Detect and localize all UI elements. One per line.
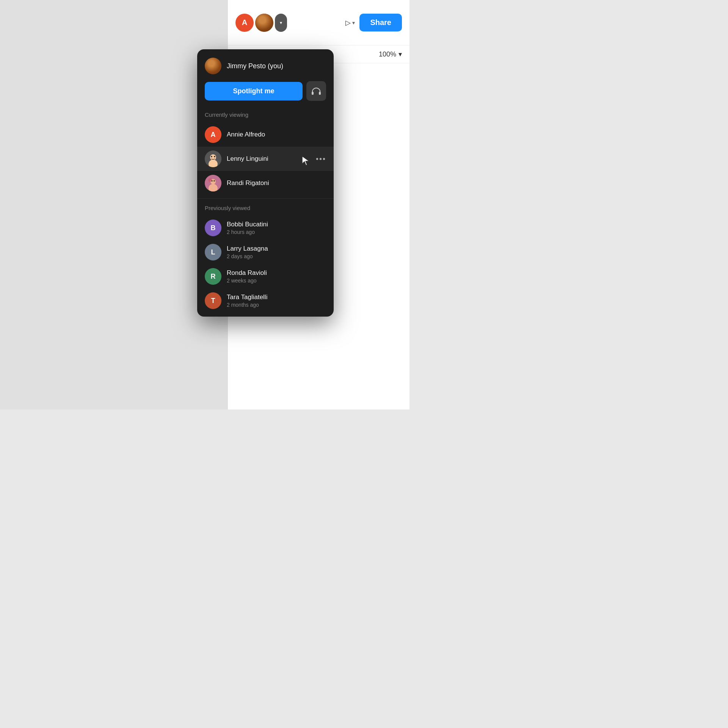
avatar-ronda: R <box>205 268 221 285</box>
spotlight-button[interactable]: Spotlight me <box>205 82 303 100</box>
viewer-ronda-ravioli[interactable]: R Ronda Ravioli 2 weeks ago <box>197 264 334 289</box>
name-annie: Annie Alfredo <box>227 131 265 138</box>
time-tara: 2 months ago <box>227 302 267 308</box>
avatar-photo[interactable] <box>255 14 273 32</box>
viewer-bobbi-bucatini[interactable]: B Bobbi Bucatini 2 hours ago <box>197 216 334 240</box>
name-larry: Larry Lasagna <box>227 245 268 253</box>
current-user-avatar <box>205 58 221 74</box>
viewer-lenny-linguini[interactable]: Lenny Linguini ••• <box>197 147 334 171</box>
time-larry: 2 days ago <box>227 253 268 259</box>
toolbar-right: ▷ ▾ Share <box>345 14 402 31</box>
popup-header: Jimmy Pesto (you) <box>197 49 334 81</box>
svg-rect-11 <box>312 92 314 95</box>
avatar-dropdown-button[interactable]: ▾ <box>275 14 287 32</box>
play-button[interactable]: ▷ ▾ <box>345 19 355 27</box>
svg-point-22 <box>211 180 213 182</box>
viewer-annie-alfredo[interactable]: A Annie Alfredo <box>197 122 334 147</box>
name-ronda: Ronda Ravioli <box>227 269 267 277</box>
user-popup: Jimmy Pesto (you) Spotlight me Currently… <box>197 49 334 317</box>
time-bobbi: 2 hours ago <box>227 229 268 235</box>
toolbar: A ▾ ▷ ▾ Share <box>228 0 410 46</box>
canvas-area <box>0 0 228 410</box>
svg-point-17 <box>214 156 215 157</box>
share-button[interactable]: Share <box>359 14 402 31</box>
name-lenny: Lenny Linguini <box>227 155 268 163</box>
current-user-name: Jimmy Pesto (you) <box>227 62 283 70</box>
section-currently-viewing: Currently viewing <box>197 108 334 122</box>
spotlight-row: Spotlight me <box>197 81 334 108</box>
svg-point-21 <box>208 178 212 182</box>
name-tara: Tara Tagliatelli <box>227 293 267 301</box>
avatar-annie: A <box>205 126 221 143</box>
viewer-tara-tagliatelli[interactable]: T Tara Tagliatelli 2 months ago <box>197 289 334 317</box>
svg-point-23 <box>213 180 215 182</box>
more-options-lenny[interactable]: ••• <box>316 155 326 163</box>
name-bobbi: Bobbi Bucatini <box>227 221 268 228</box>
toolbar-left: A ▾ <box>235 14 287 32</box>
zoom-display[interactable]: 100% ▾ <box>379 50 402 58</box>
name-randi: Randi Rigatoni <box>227 179 269 187</box>
avatar-bobbi: B <box>205 220 221 236</box>
avatar-larry: L <box>205 244 221 260</box>
viewer-info-tara: Tara Tagliatelli 2 months ago <box>227 293 267 308</box>
avatar-lenny <box>205 151 221 167</box>
viewer-info-ronda: Ronda Ravioli 2 weeks ago <box>227 269 267 284</box>
svg-rect-12 <box>319 92 321 95</box>
divider <box>197 198 334 199</box>
viewer-info-bobbi: Bobbi Bucatini 2 hours ago <box>227 221 268 235</box>
avatar-randi <box>205 175 221 191</box>
svg-point-16 <box>211 156 212 157</box>
headphone-button[interactable] <box>306 81 326 101</box>
viewer-randi-rigatoni[interactable]: Randi Rigatoni <box>197 171 334 195</box>
viewer-info-larry: Larry Lasagna 2 days ago <box>227 245 268 259</box>
time-ronda: 2 weeks ago <box>227 278 267 284</box>
section-previously-viewed: Previously viewed <box>197 202 334 216</box>
avatar-a[interactable]: A <box>235 14 254 32</box>
viewer-larry-lasagna[interactable]: L Larry Lasagna 2 days ago <box>197 240 334 264</box>
avatar-tara: T <box>205 292 221 309</box>
avatar-photo-inner <box>255 14 273 32</box>
